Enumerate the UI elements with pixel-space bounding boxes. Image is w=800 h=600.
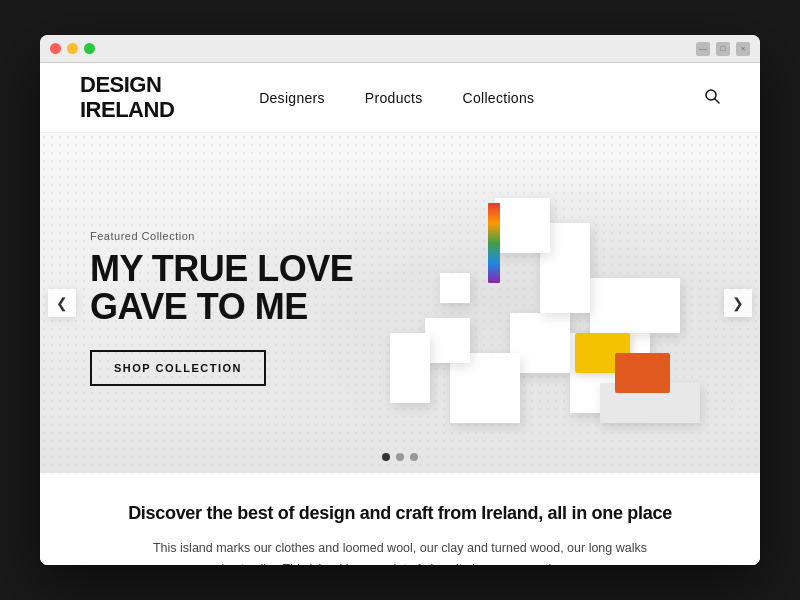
nav-products[interactable]: Products bbox=[365, 90, 423, 106]
accent-multicolor-stripe bbox=[488, 203, 500, 283]
hero-title: MY TRUE LOVE GAVE TO ME bbox=[90, 250, 390, 326]
hero-arrow-left[interactable]: ❮ bbox=[48, 289, 76, 317]
hero-section: Featured Collection MY TRUE LOVE GAVE TO… bbox=[40, 133, 760, 473]
hero-dots bbox=[382, 453, 418, 461]
hero-text: Featured Collection MY TRUE LOVE GAVE TO… bbox=[40, 220, 390, 386]
close-btn[interactable]: × bbox=[736, 42, 750, 56]
minimize-btn[interactable]: — bbox=[696, 42, 710, 56]
nav-designers[interactable]: Designers bbox=[259, 90, 325, 106]
traffic-light-yellow[interactable] bbox=[67, 43, 78, 54]
traffic-light-red[interactable] bbox=[50, 43, 61, 54]
svg-line-1 bbox=[715, 99, 719, 103]
featured-label: Featured Collection bbox=[90, 230, 390, 242]
search-icon[interactable] bbox=[704, 88, 720, 108]
cube-6 bbox=[425, 318, 470, 363]
cube-5 bbox=[450, 353, 520, 423]
browser-window: — □ × DESIGN IRELAND Designers Products … bbox=[40, 35, 760, 565]
cube-9 bbox=[495, 198, 550, 253]
main-nav: Designers Products Collections bbox=[259, 90, 534, 106]
description: This island marks our clothes and loomed… bbox=[150, 538, 650, 565]
cube-3 bbox=[590, 278, 680, 333]
site-header: DESIGN IRELAND Designers Products Collec… bbox=[40, 63, 760, 133]
cube-8 bbox=[390, 333, 430, 403]
below-hero: Discover the best of design and craft fr… bbox=[40, 473, 760, 565]
hero-dot-3[interactable] bbox=[410, 453, 418, 461]
hero-dot-1[interactable] bbox=[382, 453, 390, 461]
shop-collection-button[interactable]: SHOP COLLECTION bbox=[90, 350, 266, 386]
maximize-btn[interactable]: □ bbox=[716, 42, 730, 56]
hero-visual bbox=[380, 143, 730, 453]
traffic-light-green[interactable] bbox=[84, 43, 95, 54]
hero-arrow-right[interactable]: ❯ bbox=[724, 289, 752, 317]
tagline: Discover the best of design and craft fr… bbox=[80, 503, 720, 524]
accent-orange-object bbox=[615, 353, 670, 393]
logo[interactable]: DESIGN IRELAND bbox=[80, 73, 174, 121]
nav-collections[interactable]: Collections bbox=[463, 90, 535, 106]
cube-10 bbox=[440, 273, 470, 303]
browser-chrome: — □ × bbox=[40, 35, 760, 63]
hero-dot-2[interactable] bbox=[396, 453, 404, 461]
site-content: DESIGN IRELAND Designers Products Collec… bbox=[40, 63, 760, 565]
